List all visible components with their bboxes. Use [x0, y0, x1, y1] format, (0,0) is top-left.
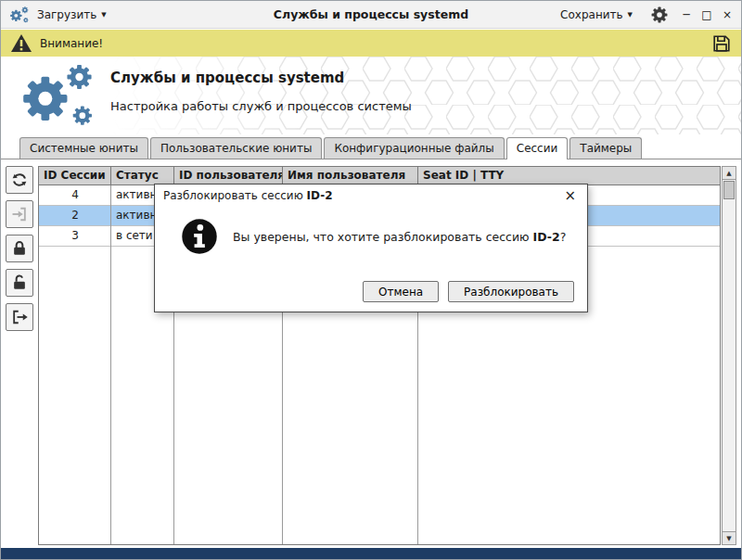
load-menu-button[interactable]: Загрузить ▼ [31, 6, 113, 24]
dialog-titlebar: Разблокировать сессию ID-2 × [155, 185, 587, 207]
dialog-message-suffix: ? [560, 230, 567, 244]
app-logo-gears-icon [8, 5, 31, 25]
restore-button[interactable]: □ [700, 8, 713, 21]
dialog-message-text: Вы уверены, что хотите разблокировать се… [233, 230, 533, 244]
tab-timers[interactable]: Таймеры [569, 137, 642, 159]
tab-sessions[interactable]: Сессии [506, 137, 569, 159]
close-button[interactable]: × [721, 8, 734, 21]
dialog-buttons: Отмена Разблокировать [363, 281, 574, 302]
unlock-session-button[interactable] [6, 269, 33, 297]
table-header-row: ID Сессии Статус ID пользователя Имя пол… [39, 167, 720, 185]
lock-session-button[interactable] [6, 235, 33, 262]
info-circle-icon [181, 218, 218, 255]
warning-bar: Внимание! [1, 30, 741, 57]
unlock-session-dialog: Разблокировать сессию ID-2 × Вы уверены,… [154, 184, 588, 312]
floppy-disk-icon [711, 33, 732, 54]
scroll-down-button[interactable]: ▼ [723, 531, 736, 544]
hexagon-pattern-background [112, 57, 741, 134]
dialog-message: Вы уверены, что хотите разблокировать се… [233, 218, 566, 244]
page-title: Службы и процессы systemd [110, 70, 344, 86]
load-menu-label: Загрузить [37, 8, 96, 21]
cell-session-id: 3 [39, 226, 111, 246]
login-arrow-icon [10, 205, 29, 223]
open-padlock-icon [10, 274, 29, 292]
tab-system-units[interactable]: Системные юниты [19, 137, 148, 159]
titlebar: Загрузить ▼ Службы и процессы systemd Со… [1, 1, 741, 29]
chevron-down-icon: ▼ [101, 11, 106, 19]
column-header-seat-tty[interactable]: Seat ID | TTY [418, 167, 720, 185]
window-title: Службы и процессы systemd [149, 7, 593, 21]
tab-user-units[interactable]: Пользовательские юниты [150, 137, 322, 159]
cell-session-id: 2 [39, 206, 111, 225]
chevron-down-icon: ▼ [628, 11, 633, 19]
tab-config-files[interactable]: Конфигурационные файлы [324, 137, 504, 159]
column-header-user-id[interactable]: ID пользователя [174, 167, 283, 185]
logout-arrow-icon [10, 308, 29, 326]
page-header: Службы и процессы systemd Настройка рабо… [1, 57, 741, 134]
terminate-session-button[interactable] [6, 303, 33, 331]
column-header-status[interactable]: Статус [111, 167, 174, 185]
unlock-confirm-button[interactable]: Разблокировать [448, 281, 574, 302]
refresh-icon [10, 171, 29, 189]
settings-gear-icon[interactable] [650, 6, 669, 24]
activate-session-button[interactable] [6, 200, 33, 228]
column-header-user-name[interactable]: Имя пользователя [283, 167, 418, 185]
dialog-title-text: Разблокировать сессию [163, 189, 307, 202]
save-menu-button[interactable]: Сохранить ▼ [554, 6, 639, 24]
dialog-close-icon[interactable]: × [561, 189, 579, 203]
titlebar-right: Сохранить ▼ ─ □ × [554, 6, 734, 24]
dialog-title: Разблокировать сессию ID-2 [163, 189, 333, 202]
scroll-up-button[interactable]: ▲ [723, 167, 736, 180]
tab-bar: Системные юниты Пользовательские юниты К… [1, 134, 741, 159]
page-subtitle: Настройка работы служб и процессов систе… [110, 99, 412, 113]
save-to-file-button[interactable] [711, 33, 732, 54]
cancel-button[interactable]: Отмена [363, 281, 439, 302]
closed-padlock-icon [10, 239, 29, 258]
dialog-message-session-id: ID-2 [533, 230, 560, 244]
cell-session-id: 4 [39, 185, 111, 205]
column-header-session-id[interactable]: ID Сессии [39, 167, 111, 185]
status-strip [1, 548, 741, 559]
warning-triangle-icon [10, 33, 32, 53]
save-menu-label: Сохранить [560, 8, 623, 21]
warning-message: Внимание! [40, 37, 103, 50]
column-divider [110, 185, 111, 544]
scrollbar-thumb[interactable] [723, 181, 735, 199]
window-controls: ─ □ × [680, 8, 734, 21]
refresh-button[interactable] [6, 166, 33, 194]
app-window: Загрузить ▼ Службы и процессы systemd Со… [0, 0, 742, 560]
gears-logo-icon [16, 58, 101, 133]
dialog-body: Вы уверены, что хотите разблокировать се… [155, 207, 587, 255]
minimize-button[interactable]: ─ [680, 8, 693, 21]
vertical-scrollbar[interactable]: ▲ ▼ [722, 166, 736, 545]
session-toolbar [6, 166, 33, 331]
dialog-title-session-id: ID-2 [307, 189, 333, 202]
